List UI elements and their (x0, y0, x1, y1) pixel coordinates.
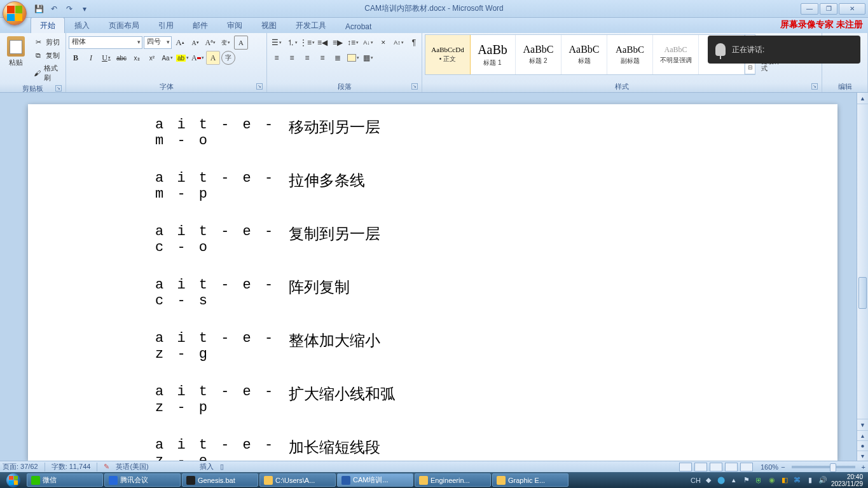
numbering-button[interactable]: ⒈ (285, 36, 299, 50)
align-center-button[interactable]: ≡ (285, 51, 299, 65)
underline-button[interactable]: U (99, 51, 113, 65)
save-icon[interactable]: 💾 (33, 3, 45, 15)
clear-format-button[interactable]: Aª (203, 36, 217, 50)
line-spacing-button[interactable]: ↕≡ (346, 36, 360, 50)
paragraph-marks-button[interactable]: ¶ (407, 36, 421, 50)
status-page[interactable]: 页面: 37/62 (3, 462, 38, 471)
align-left-button[interactable]: ≡ (270, 51, 284, 65)
doc-row[interactable]: a i t - e - m - o移动到另一层 (155, 117, 710, 149)
phonetic-button[interactable]: 变 (219, 36, 233, 50)
tray-gpu-icon[interactable]: ◉ (768, 476, 776, 485)
strike-button[interactable]: abc (114, 51, 128, 65)
sort-button[interactable]: A↓ (361, 36, 375, 50)
start-button[interactable] (1, 472, 25, 488)
tab-developer[interactable]: 开发工具 (286, 17, 336, 33)
show-marks-button[interactable]: A↕ (392, 36, 406, 50)
print-layout-view-button[interactable] (679, 463, 692, 471)
taskbar-item[interactable]: CAM培训... (337, 473, 413, 487)
style-gallery[interactable]: AaBbCcDd• 正文AaBb标题 1AaBbC标题 2AaBbC标题AaBb… (425, 34, 755, 75)
prev-page-icon[interactable]: ▴ (857, 430, 868, 440)
font-size-combo[interactable]: 四号 (144, 36, 172, 49)
clipboard-launcher[interactable]: ↘ (55, 85, 62, 92)
enclose-char-button[interactable]: 字 (221, 51, 235, 65)
doc-row[interactable]: a i t - e - m - p拉伸多条线 (155, 170, 710, 202)
asian-layout-button[interactable]: ✕ (376, 36, 390, 50)
scroll-down-icon[interactable]: ▼ (857, 419, 868, 430)
close-button[interactable]: ✕ (839, 3, 865, 15)
redo-icon[interactable]: ↷ (64, 3, 75, 15)
taskbar-item[interactable]: 微信 (27, 473, 103, 487)
minimize-button[interactable]: — (801, 3, 818, 15)
style-item-3[interactable]: AaBbC标题 (561, 35, 607, 74)
tray-bt-icon[interactable]: ⌘ (793, 476, 802, 485)
change-case-button[interactable]: Aa (160, 51, 174, 65)
clock[interactable]: 20:40 2023/11/29 (831, 473, 863, 487)
tab-view[interactable]: 视图 (252, 17, 286, 33)
decrease-indent-button[interactable]: ≡◀ (315, 36, 329, 50)
bold-button[interactable]: B (69, 51, 83, 65)
maximize-button[interactable]: ❐ (820, 3, 837, 15)
scroll-up-icon[interactable]: ▲ (857, 93, 868, 104)
zoom-level[interactable]: 160% (761, 463, 778, 471)
justify-button[interactable]: ≡ (315, 51, 329, 65)
char-shading-button[interactable]: A (206, 51, 220, 65)
tab-references[interactable]: 引用 (149, 17, 183, 33)
draft-view-button[interactable] (740, 463, 753, 471)
doc-row[interactable]: a i t - e - z - p扩大缩小线和弧 (155, 384, 710, 416)
office-button[interactable] (3, 1, 27, 25)
web-layout-view-button[interactable] (710, 463, 722, 471)
style-item-5[interactable]: AaBbC不明显强调 (653, 35, 699, 74)
font-launcher[interactable]: ↘ (256, 83, 263, 90)
status-language[interactable]: 英语(美国) (116, 462, 148, 471)
multilevel-button[interactable]: ⋮≡ (300, 36, 314, 50)
qat-more-icon[interactable]: ▾ (79, 3, 90, 15)
browse-object-icon[interactable]: ● (857, 440, 868, 451)
copy-button[interactable]: ⧉复制 (31, 49, 63, 62)
shrink-font-button[interactable]: A▾ (188, 36, 202, 50)
tab-review[interactable]: 审阅 (217, 17, 252, 33)
font-color-button[interactable]: A (191, 51, 205, 65)
increase-indent-button[interactable]: ≡▶ (331, 36, 345, 50)
shading-button[interactable] (346, 51, 360, 65)
subscript-button[interactable]: x₂ (130, 51, 144, 65)
scroll-thumb[interactable] (858, 277, 867, 309)
style-item-2[interactable]: AaBbC标题 2 (516, 35, 561, 74)
status-insert-mode[interactable]: 插入 (200, 462, 214, 471)
ime-indicator[interactable]: CH (691, 476, 700, 485)
borders-button[interactable]: ▦ (361, 51, 375, 65)
volume-icon[interactable]: 🔊 (818, 476, 827, 485)
macro-record-icon[interactable]: ▯ (220, 463, 224, 471)
outline-view-button[interactable] (725, 463, 738, 471)
doc-row[interactable]: a i t - e - z - g整体加大缩小 (155, 330, 710, 362)
undo-icon[interactable]: ↶ (48, 3, 60, 15)
tab-home[interactable]: 开始 (31, 17, 65, 33)
doc-row[interactable]: a i t - e - c - o复制到另一层 (155, 224, 710, 255)
tray-icon-3[interactable]: ⚑ (742, 476, 751, 485)
bullets-button[interactable]: ☰ (270, 36, 284, 50)
paste-button[interactable]: 粘贴 (3, 34, 29, 69)
italic-button[interactable]: I (84, 51, 98, 65)
tray-icon-2[interactable]: ⬤ (717, 476, 726, 485)
styles-launcher[interactable]: ↘ (811, 83, 818, 90)
tray-shield-icon[interactable]: ⛨ (755, 476, 764, 485)
format-painter-button[interactable]: 🖌格式刷 (31, 62, 63, 84)
taskbar-item[interactable]: Genesis.bat (182, 473, 258, 487)
style-item-0[interactable]: AaBbCcDd• 正文 (425, 34, 471, 75)
char-border-button[interactable]: A (234, 36, 248, 50)
full-screen-view-button[interactable] (694, 463, 707, 471)
tab-mailings[interactable]: 邮件 (183, 17, 217, 33)
zoom-out-button[interactable]: − (781, 463, 785, 471)
tray-icon-1[interactable]: ◆ (704, 476, 713, 485)
document-viewport[interactable]: a i t - e - m - o移动到另一层a i t - e - m - p… (0, 93, 857, 461)
taskbar-item[interactable]: C:\Users\A... (259, 473, 336, 487)
tray-up-icon[interactable]: ▴ (729, 476, 738, 485)
doc-row[interactable]: a i t - e - z - e加长缩短线段 (155, 437, 710, 461)
document-page[interactable]: a i t - e - m - o移动到另一层a i t - e - m - p… (28, 104, 837, 461)
tray-icon-5[interactable]: ◧ (780, 476, 789, 485)
doc-row[interactable]: a i t - e - c - s阵列复制 (155, 277, 710, 309)
style-item-4[interactable]: AaBbC副标题 (607, 35, 653, 74)
next-page-icon[interactable]: ▾ (857, 451, 868, 461)
vertical-scrollbar[interactable]: ▲ ▼ ▴ ● ▾ (857, 93, 868, 461)
zoom-in-button[interactable]: + (862, 463, 865, 471)
status-word-count[interactable]: 字数: 11,744 (52, 462, 91, 471)
